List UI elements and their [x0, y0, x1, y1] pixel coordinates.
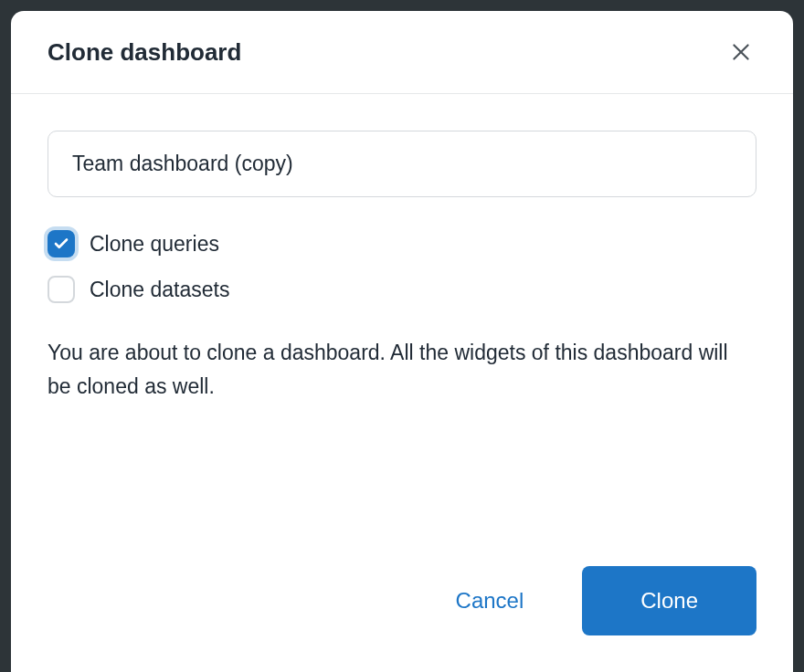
clone-datasets-label: Clone datasets [90, 278, 229, 302]
clone-queries-checkbox[interactable] [48, 230, 75, 257]
modal-header: Clone dashboard [11, 11, 793, 94]
check-icon [53, 236, 69, 252]
dashboard-name-input[interactable] [48, 131, 756, 197]
clone-queries-row[interactable]: Clone queries [48, 230, 756, 257]
modal-footer: Cancel Clone [11, 530, 793, 672]
clone-datasets-checkbox[interactable] [48, 276, 75, 303]
dashboard-name-field-wrap [48, 131, 756, 197]
clone-queries-label: Clone queries [90, 232, 219, 257]
close-button[interactable] [725, 37, 756, 68]
cancel-button[interactable]: Cancel [423, 566, 557, 635]
clone-button[interactable]: Clone [582, 566, 756, 635]
modal-title: Clone dashboard [48, 38, 241, 67]
info-text: You are about to clone a dashboard. All … [48, 336, 756, 404]
clone-datasets-row[interactable]: Clone datasets [48, 276, 756, 303]
close-icon [729, 40, 753, 64]
modal-body: Clone queries Clone datasets You are abo… [11, 94, 793, 530]
clone-dashboard-modal: Clone dashboard Clone queries Clone data… [11, 11, 793, 672]
